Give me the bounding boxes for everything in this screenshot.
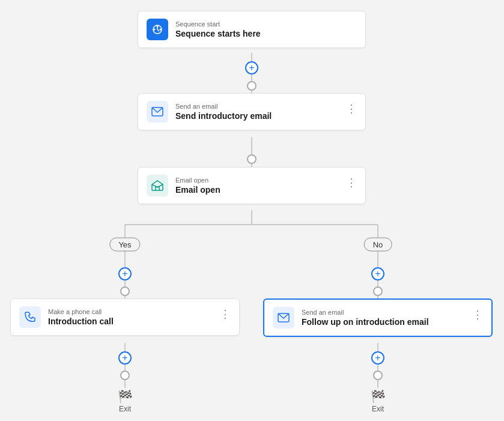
sequence-start-label: Sequence start <box>175 20 357 28</box>
add-step-1[interactable]: + <box>245 61 258 74</box>
exit-flag-left: 🏁 <box>118 389 133 404</box>
exit-right: 🏁 Exit <box>371 389 386 413</box>
email-open-title: Email open <box>175 185 339 195</box>
phone-call-title: Introduction call <box>48 317 213 326</box>
phone-call-menu[interactable]: ⋮ <box>220 307 231 321</box>
send-email-2-card[interactable]: Send an email Follow up on introduction … <box>263 298 493 337</box>
email-open-icon <box>147 175 168 196</box>
exit-label-left: Exit <box>119 405 131 413</box>
connector-left <box>120 286 130 296</box>
send-email-1-label: Send an email <box>175 103 339 110</box>
connector-2 <box>247 154 257 164</box>
phone-call-text: Make a phone call Introduction call <box>48 308 213 326</box>
email-open-menu[interactable]: ⋮ <box>346 176 357 189</box>
sequence-start-title: Sequence starts here <box>175 29 357 38</box>
svg-point-26 <box>154 29 156 31</box>
email-open-card[interactable]: Email open Email open ⋮ <box>138 167 366 204</box>
no-branch: No <box>364 238 392 252</box>
add-step-right-2[interactable]: + <box>371 351 384 365</box>
svg-point-25 <box>160 29 162 31</box>
send-email-2-title: Follow up on introduction email <box>302 317 465 327</box>
exit-label-right: Exit <box>372 405 384 413</box>
phone-call-card[interactable]: Make a phone call Introduction call ⋮ <box>10 298 240 336</box>
add-step-left[interactable]: + <box>118 267 132 280</box>
connector-left-2 <box>120 371 130 380</box>
email-open-text: Email open Email open <box>175 177 339 195</box>
yes-branch: Yes <box>109 238 140 252</box>
exit-left: 🏁 Exit <box>118 389 133 413</box>
svg-line-23 <box>157 29 159 31</box>
send-email-1-title: Send introductory email <box>175 111 339 121</box>
phone-call-label: Make a phone call <box>48 308 213 315</box>
sequence-start-card[interactable]: Sequence start Sequence starts here <box>138 11 366 48</box>
workflow-canvas: Sequence start Sequence starts here + Se… <box>0 0 504 421</box>
send-email-1-card[interactable]: Send an email Send introductory email ⋮ <box>138 93 366 130</box>
phone-icon <box>19 306 41 328</box>
email-icon-2 <box>273 307 294 329</box>
add-step-right[interactable]: + <box>371 267 384 280</box>
send-email-1-text: Send an email Send introductory email <box>175 103 339 121</box>
connector-right-2 <box>373 371 383 380</box>
connector-right <box>373 286 383 296</box>
exit-flag-right: 🏁 <box>371 389 386 404</box>
svg-point-24 <box>157 26 159 28</box>
sequence-start-text: Sequence start Sequence starts here <box>175 20 357 38</box>
add-step-left-2[interactable]: + <box>118 351 132 365</box>
email-icon-1 <box>147 101 168 123</box>
send-email-2-label: Send an email <box>302 309 465 316</box>
send-email-1-menu[interactable]: ⋮ <box>346 102 357 115</box>
send-email-2-menu[interactable]: ⋮ <box>472 308 483 321</box>
sequence-icon <box>147 19 168 40</box>
connector-1 <box>247 81 257 91</box>
send-email-2-text: Send an email Follow up on introduction … <box>302 309 465 327</box>
email-open-label: Email open <box>175 177 339 184</box>
